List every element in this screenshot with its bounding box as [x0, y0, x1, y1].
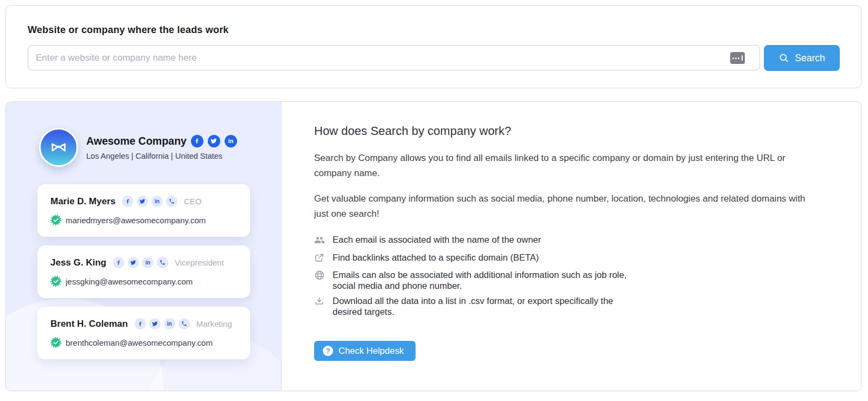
check-helpdesk-label: Check Helpdesk: [339, 346, 404, 356]
twitter-icon[interactable]: [127, 257, 139, 268]
verified-badge-icon: [50, 215, 61, 225]
envelope-icon: [47, 135, 71, 159]
linkedin-icon[interactable]: in: [225, 135, 237, 147]
facebook-icon[interactable]: [122, 196, 133, 207]
bulk-list-icon[interactable]: [730, 52, 745, 64]
contact-email[interactable]: mariedmyers@awesomecompany.com: [66, 216, 206, 225]
search-label: Website or company where the leads work: [28, 24, 229, 36]
contact-email[interactable]: jessgking@awesomecompany.com: [66, 277, 193, 286]
company-search-input[interactable]: [28, 45, 760, 70]
feature-item: Each email is associated with the name o…: [314, 234, 835, 248]
feature-item: Emails can also be associated with addit…: [314, 269, 835, 291]
external-link-icon: [314, 253, 325, 265]
verified-badge-icon: [50, 337, 61, 348]
company-header: Awesome Company in Los Angeles | Califor…: [39, 128, 237, 167]
feature-text: Find backlinks attached to a specific do…: [333, 252, 539, 265]
info-panel: How does Search by company work? Search …: [314, 102, 835, 361]
people-icon: [314, 235, 325, 248]
search-input-wrap: [28, 45, 760, 70]
info-heading: How does Search by company work?: [314, 124, 835, 138]
contact-card[interactable]: Jess G. King in Vicepresident jessgking@…: [37, 245, 250, 298]
phone-icon[interactable]: [178, 318, 190, 329]
phone-icon[interactable]: [157, 257, 168, 268]
contact-name: Jess G. King: [50, 257, 106, 268]
twitter-icon[interactable]: [149, 318, 161, 329]
info-paragraph: Search by Company allows you to find all…: [314, 151, 810, 180]
twitter-icon[interactable]: [137, 196, 148, 207]
company-location: Los Angeles | California | United States: [86, 152, 237, 160]
question-icon: ?: [323, 346, 333, 356]
contact-email[interactable]: brenthcoleman@awesomecompany.com: [66, 338, 213, 347]
verified-badge-icon: [50, 276, 61, 287]
facebook-icon[interactable]: [113, 257, 124, 268]
linkedin-icon[interactable]: in: [142, 257, 154, 268]
company-name: Awesome Company: [86, 135, 187, 147]
phone-icon[interactable]: [166, 196, 177, 207]
info-paragraph: Get valuable company information such as…: [314, 191, 810, 221]
globe-icon: [314, 270, 325, 291]
feature-text: Each email is associated with the name o…: [333, 234, 541, 248]
feature-item: Find backlinks attached to a specific do…: [314, 252, 835, 265]
facebook-icon[interactable]: [135, 318, 146, 329]
feature-text: Emails can also be associated with addit…: [333, 269, 635, 291]
feature-item: Download all the data into a list in .cs…: [314, 295, 835, 317]
company-logo: [39, 128, 78, 167]
contact-card[interactable]: Brent H. Coleman in Marketing brenthcole…: [37, 307, 250, 359]
search-by-company-section: Awesome Company in Los Angeles | Califor…: [5, 101, 861, 391]
search-button-label: Search: [795, 53, 825, 64]
contact-role: CEO: [184, 197, 202, 206]
feature-text: Download all the data into a list in .cs…: [333, 295, 635, 317]
linkedin-icon[interactable]: in: [164, 318, 175, 329]
search-panel: Website or company where the leads work …: [5, 5, 861, 88]
facebook-icon[interactable]: [191, 135, 203, 147]
search-icon: [778, 53, 789, 63]
company-preview-panel: Awesome Company in Los Angeles | Califor…: [6, 102, 282, 391]
contact-role: Marketing: [196, 319, 232, 328]
contact-name: Brent H. Coleman: [50, 319, 128, 329]
linkedin-icon[interactable]: in: [151, 196, 163, 207]
contact-card[interactable]: Marie D. Myers in CEO mariedmyers@awesom…: [37, 184, 250, 237]
contact-role: Vicepresident: [175, 258, 224, 267]
feature-list: Each email is associated with the name o…: [314, 234, 835, 317]
download-icon: [314, 296, 325, 317]
search-button[interactable]: Search: [764, 45, 840, 71]
twitter-icon[interactable]: [208, 135, 220, 147]
check-helpdesk-button[interactable]: ? Check Helpdesk: [314, 341, 416, 361]
contact-name: Marie D. Myers: [50, 196, 116, 207]
